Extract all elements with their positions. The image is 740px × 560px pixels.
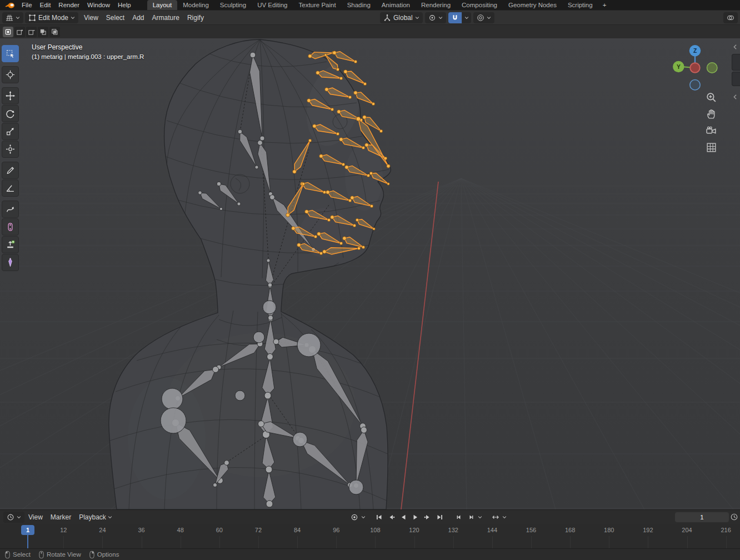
viewport-canvas[interactable] [0, 38, 740, 509]
playhead-line[interactable] [27, 535, 28, 548]
step-back-button[interactable] [453, 512, 464, 523]
viewport-menu-view[interactable]: View [80, 12, 102, 23]
sidebar-collapsed-tab[interactable] [732, 72, 740, 86]
gizmo-y-neg-axis[interactable] [707, 63, 717, 73]
autokey-toggle[interactable] [349, 512, 360, 523]
select-mode-invert[interactable] [38, 27, 48, 37]
tool-extrude[interactable] [2, 236, 19, 253]
tool-bone-envelope[interactable] [2, 218, 19, 236]
viewport-menu-rigify[interactable]: Rigify [183, 12, 208, 23]
tool-move[interactable] [2, 87, 19, 104]
axes-icon [383, 14, 391, 22]
chevron-down-icon[interactable] [478, 515, 482, 519]
workspace-tab-texture-paint[interactable]: Texture Paint [293, 0, 342, 10]
workspace-tab-uv-editing[interactable]: UV Editing [252, 0, 293, 10]
viewport-menu-select[interactable]: Select [102, 12, 128, 23]
current-frame-field[interactable]: 1 [675, 512, 729, 522]
sidebar-expand-arrow[interactable] [732, 44, 738, 50]
mode-dropdown[interactable]: Edit Mode [25, 12, 78, 23]
status-bar: SelectRotate ViewOptions [0, 548, 740, 560]
tool-tweak-select[interactable] [2, 45, 19, 62]
timeline-menu-marker[interactable]: Marker [47, 512, 75, 523]
viewport-menu-add[interactable]: Add [128, 12, 148, 23]
tool-annotate[interactable] [2, 162, 19, 179]
timeline-editor-type-button[interactable] [3, 512, 24, 523]
viewport-menu-armature[interactable]: Armature [148, 12, 183, 23]
timeline-ruler[interactable]: 1224364860728496108120132144156168180192… [0, 524, 740, 548]
chevron-down-icon[interactable] [361, 515, 366, 519]
play-reverse-button[interactable] [398, 512, 409, 523]
ortho-toggle-icon[interactable] [706, 142, 717, 153]
select-mode-intersect[interactable] [49, 27, 60, 37]
active-object-overlay: (1) metarig | metarig.003 : upper_arm.R [32, 53, 144, 60]
gizmo-x-axis[interactable] [690, 63, 699, 72]
camera-view-icon[interactable] [706, 125, 717, 137]
tool-scale[interactable] [2, 123, 19, 140]
prev-keyframe-button[interactable] [386, 512, 397, 523]
blender-logo-icon[interactable] [4, 1, 16, 9]
navigation-gizmo[interactable]: Z Y [671, 44, 719, 92]
ruler-gridline [648, 536, 648, 548]
editor-type-button[interactable] [2, 12, 23, 23]
ruler-frame-label: 156 [526, 527, 536, 533]
ruler-frame-label: 60 [216, 527, 223, 533]
extend-icon [16, 28, 23, 36]
pan-hand-icon[interactable] [706, 108, 717, 120]
tool-rotate[interactable] [2, 105, 19, 122]
overlays-dropdown[interactable] [723, 12, 738, 23]
header-right-cluster [723, 12, 738, 23]
topbar-menu-file[interactable]: File [18, 0, 36, 10]
topbar-menu-edit[interactable]: Edit [36, 0, 55, 10]
tool-transform[interactable] [2, 141, 19, 158]
step-forward-button[interactable] [466, 512, 477, 523]
tool-cursor[interactable] [2, 66, 19, 83]
playback-range-button[interactable] [490, 512, 501, 523]
sidebar-expand-arrow[interactable] [732, 94, 738, 100]
sidebar-collapsed-tab[interactable] [732, 54, 740, 71]
edit-mode-icon [28, 14, 36, 22]
jump-to-end-button[interactable] [434, 512, 446, 523]
workspace-tab-animation[interactable]: Animation [376, 0, 416, 10]
playhead[interactable]: 1 [21, 525, 34, 535]
workspace-tab-layout[interactable]: Layout [147, 0, 178, 10]
topbar-menu-help[interactable]: Help [114, 0, 135, 10]
workspace-tab-shading[interactable]: Shading [342, 0, 376, 10]
clock-icon [7, 513, 14, 521]
add-workspace-button[interactable]: + [598, 0, 611, 10]
next-keyframe-button[interactable] [422, 512, 433, 523]
workspace-tab-modeling[interactable]: Modeling [177, 0, 214, 10]
chevron-down-icon[interactable] [502, 515, 507, 519]
ruler-frame-label: 72 [255, 527, 262, 533]
tool-rigify-bone[interactable] [2, 254, 19, 271]
workspace-tab-geometry-nodes[interactable]: Geometry Nodes [503, 0, 562, 10]
workspace-tab-rendering[interactable]: Rendering [416, 0, 456, 10]
topbar-menu-window[interactable]: Window [83, 0, 114, 10]
workspace-tab-sculpting[interactable]: Sculpting [214, 0, 252, 10]
ruler-frame-label: 12 [60, 527, 67, 533]
workspace-tabs: LayoutModelingSculptingUV EditingTexture… [147, 0, 598, 10]
workspace-tab-scripting[interactable]: Scripting [562, 0, 598, 10]
time-icon[interactable] [730, 513, 738, 521]
select-mode-set[interactable] [3, 27, 13, 37]
ruler-gridline [181, 536, 181, 548]
timeline-menu-playback[interactable]: Playback [75, 512, 116, 523]
pivot-dropdown[interactable] [425, 12, 446, 23]
zoom-icon[interactable] [706, 92, 717, 103]
select-mode-extend[interactable] [14, 27, 25, 37]
tool-roll[interactable] [2, 201, 19, 218]
jump-to-start-button[interactable] [373, 512, 384, 523]
snap-options-dropdown[interactable] [462, 12, 471, 23]
play-button[interactable] [410, 512, 421, 523]
workspace-tab-compositing[interactable]: Compositing [456, 0, 503, 10]
proportional-edit-dropdown[interactable] [473, 12, 494, 23]
viewport-3d[interactable]: User Perspective (1) metarig | metarig.0… [0, 38, 740, 509]
roll-icon [6, 204, 15, 214]
extrude-icon [6, 240, 15, 249]
orientation-dropdown[interactable]: Global [380, 12, 423, 23]
select-mode-subtract[interactable] [26, 27, 37, 37]
timeline-menu-view[interactable]: View [24, 512, 47, 523]
topbar-menu-render[interactable]: Render [54, 0, 83, 10]
tool-measure[interactable] [2, 179, 19, 197]
gizmo-z-neg-axis[interactable] [690, 80, 700, 90]
snap-toggle[interactable] [448, 12, 462, 23]
